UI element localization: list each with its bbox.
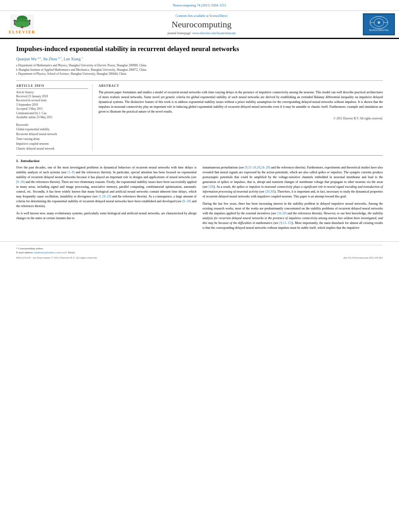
communicated-by: Communicated by J. Cao [16,111,88,116]
authors-line: Quanjun Wu a,b, Jin Zhou b,*, Lan Xiang … [16,56,383,61]
elsevier-brand-text: ELSEVIER [9,30,36,34]
abstract-text: The present paper formulates and studies… [99,90,383,114]
article-content: Impulses-induced exponential stability i… [0,39,399,239]
section-1-title: 1. Introduction [16,159,383,163]
svg-rect-8 [29,22,31,25]
keyword-1: Global exponential stability [16,127,88,132]
keyword-2: Recurrent delayed neural network [16,132,88,137]
received-revised-label: Received in revised form [16,99,88,103]
sciencedirect-text: ScienceDirect [210,14,228,18]
keyword-4: Impulsive coupled neurons [16,142,88,146]
keyword-5: Chaotic delayed neural network [16,146,88,151]
body-left-col: Over the past decades, one of the most i… [16,165,197,233]
journal-ref: Neurocomputing 74 (2011) 3204–3211 [8,3,391,7]
issn-notice: 0925-2312/$ - see front matter © 2011 El… [16,256,97,259]
section-1-number: 1. [16,159,19,163]
copyright-notice: © 2011 Elsevier B.V. All rights reserved… [99,117,383,120]
footer-area: * Corresponding author. E-mail address: … [0,241,399,263]
contents-text: Contents lists available at [176,14,209,18]
affiliation-3: c Department of Physics, School of Scien… [16,72,383,76]
page: Neurocomputing 74 (2011) 3204–3211 ELSEV… [0,0,399,532]
email-name: (J. Zhou). [64,251,75,254]
elsevier-tree-icon [10,15,34,29]
body-right-col: instantaneous perturbations (see [9,13–1… [203,165,383,233]
header-content: ELSEVIER Contents lists available at Sci… [0,11,399,38]
neurocomputing-logo-box: NEUROCOMPUTING [363,13,395,35]
elsevier-logo: ELSEVIER [4,13,40,35]
available-online: Available online 23 May 2011 [16,115,88,120]
journal-name: Neurocomputing [40,19,363,30]
history-label: Article history: [16,90,88,94]
doi-notice: doi:10.1016/j.neucom.2011.05.001 [343,256,383,259]
affiliation-2: b Shanghai Institute of Applied Mathemat… [16,68,383,72]
sciencedirect-link[interactable]: Contents lists available at ScienceDirec… [40,14,363,18]
affiliation-1: a Department of Mathematics and Physics,… [16,64,383,68]
svg-point-5 [14,19,16,22]
svg-point-13 [378,21,380,24]
right-para-2: During the last few years, there has bee… [203,201,383,230]
email-label: E-mail address: [16,251,35,254]
intro-para-1: Over the past decades, one of the most i… [16,165,197,209]
abstract-title: ABSTRACT [99,84,383,88]
info-abstract-section: ARTICLE INFO Article history: Received 2… [16,80,383,151]
right-para-1: instantaneous perturbations (see [9,13–1… [203,165,383,199]
article-info-title: ARTICLE INFO [16,84,88,89]
email-note: E-mail address: jinzhousu@yahoo.com.cn (… [16,251,383,255]
body-two-col: Over the past decades, one of the most i… [16,165,383,233]
intro-para-2: As is well known now, many evolutionary … [16,211,197,221]
author-2: Jin Zhou b,*, [43,57,63,61]
journal-center: Contents lists available at ScienceDirec… [40,14,363,35]
svg-rect-4 [21,26,23,28]
section-1-label: Introduction [20,159,39,163]
corresponding-author-note: * Corresponding author. [16,247,383,251]
svg-rect-6 [14,22,16,25]
affiliations: a Department of Mathematics and Physics,… [16,64,383,76]
abstract-section: ABSTRACT The present paper formulates an… [99,84,383,151]
neurocomputing-logo-icon: NEUROCOMPUTING [363,14,395,35]
received-date: Received 23 January 2010 [16,94,88,99]
footer-bottom: 0925-2312/$ - see front matter © 2011 El… [16,256,383,259]
journal-header: Neurocomputing 74 (2011) 3204–3211 [0,0,399,11]
homepage-url[interactable]: www.elsevier.com/locate/neucom [192,31,236,35]
svg-point-7 [29,19,31,22]
footer-divider [16,245,383,245]
svg-text:NEUROCOMPUTING: NEUROCOMPUTING [369,29,389,31]
homepage-label: journal homepage: [167,31,191,35]
author-3: Lan Xiang c [64,57,83,61]
keywords-label: Keywords: [16,123,88,127]
body-divider [16,155,383,156]
email-address[interactable]: jinzhousu@yahoo.com.cn [35,251,64,254]
keyword-3: Time-varying delay [16,137,88,142]
accepted-date: Accepted 3 May 2011 [16,107,88,111]
article-title: Impulses-induced exponential stability i… [16,45,383,53]
article-info-panel: ARTICLE INFO Article history: Received 2… [16,84,93,151]
journal-homepage: journal homepage: www.elsevier.com/locat… [40,31,363,35]
author-1: Quanjun Wu a,b, [16,57,42,61]
received-revised-date: 3 September 2010 [16,103,88,107]
keywords-section: Keywords: Global exponential stability R… [16,123,88,151]
